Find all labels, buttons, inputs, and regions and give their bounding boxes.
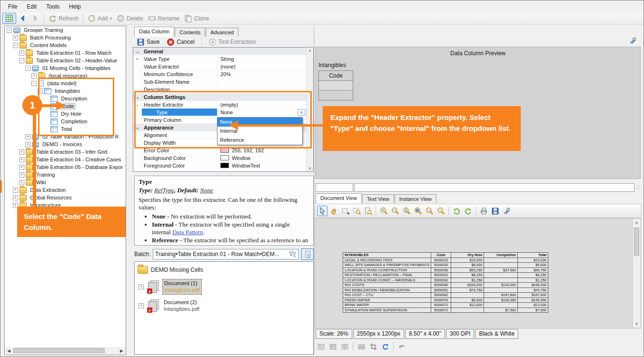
add-button[interactable]: Add▾ xyxy=(85,13,114,23)
scrollbar-thumb[interactable] xyxy=(13,348,105,353)
reftype-link[interactable]: RefType xyxy=(154,187,174,194)
expand-toggle-icon[interactable]: − xyxy=(25,66,30,71)
delete-button[interactable]: Delete xyxy=(114,13,146,23)
show-document-button[interactable] xyxy=(301,248,314,260)
default-none-link[interactable]: None xyxy=(200,187,213,194)
property-value[interactable]: (none) xyxy=(218,63,313,70)
tree-horizontal-scrollbar[interactable]: ◀ ▶ xyxy=(5,347,125,354)
property-value[interactable] xyxy=(218,78,313,86)
expand-toggle-icon[interactable]: + xyxy=(13,195,18,200)
batch-document-row[interactable]: +▲Document (1)Intangibles.pdf xyxy=(139,279,313,295)
back-button[interactable] xyxy=(16,13,29,23)
property-value[interactable]: Window xyxy=(218,154,313,162)
menu-tools[interactable]: Tools xyxy=(41,1,64,12)
viewer-field-small[interactable] xyxy=(316,183,353,192)
tab-data-column[interactable]: Data Column xyxy=(134,27,174,37)
expand-toggle-icon[interactable]: − xyxy=(13,43,18,48)
zoom-out-button[interactable]: − xyxy=(390,206,400,216)
fit-height-button[interactable]: ↕ xyxy=(436,206,446,216)
cancel-button[interactable]: Cancel xyxy=(164,37,197,47)
batch-document-row[interactable]: +▲Document (2)Intangibles.pdf xyxy=(139,298,313,313)
tab-instance-view[interactable]: Instance View xyxy=(395,194,436,203)
tree-item[interactable]: +Training xyxy=(5,171,126,178)
tree-item[interactable]: +Table Extraction 03 - Infer Grid xyxy=(5,148,126,156)
expand-toggle-icon[interactable]: + xyxy=(139,284,144,289)
save-image-button[interactable] xyxy=(490,206,500,216)
menu-help[interactable]: Help xyxy=(64,1,86,12)
nav-grid-button[interactable] xyxy=(2,13,16,24)
save-button[interactable]: Save xyxy=(134,37,162,47)
crop-button[interactable] xyxy=(368,341,378,352)
tab-text-view[interactable]: Text View xyxy=(362,194,394,203)
tree-item[interactable]: +Global Resources xyxy=(5,194,126,201)
viewer-settings-button[interactable] xyxy=(501,206,512,216)
property-value[interactable]: String xyxy=(218,55,313,63)
data-pattern-link[interactable]: Data Pattern xyxy=(172,228,203,236)
viewer-field-large[interactable] xyxy=(354,183,634,192)
page-preview-button[interactable] xyxy=(363,206,373,216)
tree-item[interactable]: +Table Extraction 04 - Creative Cases xyxy=(5,156,126,163)
scroll-up-icon[interactable]: ∧ xyxy=(307,48,313,53)
pointer-button[interactable] xyxy=(317,206,327,216)
property-row[interactable]: Value Extractor(none) xyxy=(133,63,313,70)
scroll-right-icon[interactable]: ▶ xyxy=(118,348,125,353)
undo-button[interactable] xyxy=(396,341,407,352)
expand-toggle-icon[interactable]: − xyxy=(31,81,37,86)
document-label[interactable]: Document (2)Intangibles.pdf xyxy=(162,298,201,313)
tree-item[interactable]: −Content Models xyxy=(5,41,126,49)
expand-toggle-icon[interactable]: + xyxy=(19,50,24,56)
image-adjust-button[interactable] xyxy=(327,341,338,352)
fit-width-button[interactable]: ↔ xyxy=(424,206,435,216)
property-value[interactable]: 20% xyxy=(218,70,313,78)
expand-toggle-icon[interactable]: − xyxy=(7,28,12,33)
property-row[interactable]: Foreground ColorWindowText xyxy=(133,162,313,169)
scrollbar-thumb[interactable] xyxy=(634,228,639,256)
rotate-left-button[interactable] xyxy=(451,206,462,216)
canvas-vertical-scrollbar[interactable]: ∧ ∨ xyxy=(633,219,640,327)
expand-toggle-icon[interactable]: + xyxy=(19,172,24,178)
rename-button[interactable]: Rename xyxy=(146,13,182,23)
marquee-button[interactable] xyxy=(340,206,350,216)
document-canvas[interactable]: INTANGIBLESCodeDry HoleCompletionTotal L… xyxy=(315,218,641,328)
resize-grip-icon[interactable]: .:: xyxy=(635,185,641,190)
menu-edit[interactable]: Edit xyxy=(22,1,41,12)
tab-document-view[interactable]: Document View xyxy=(316,193,362,203)
expand-toggle-icon[interactable]: − xyxy=(19,58,24,63)
zoom-in-button[interactable]: + xyxy=(378,206,389,216)
expand-toggle-icon[interactable]: + xyxy=(25,142,30,147)
tree-item[interactable]: +Data Extraction xyxy=(5,186,126,194)
expand-toggle-icon[interactable]: + xyxy=(19,165,24,170)
scroll-up-icon[interactable]: ∧ xyxy=(633,219,640,225)
expand-toggle-icon[interactable]: + xyxy=(13,35,18,40)
menu-file[interactable]: File xyxy=(3,1,22,12)
refresh-button[interactable]: Refresh xyxy=(46,13,81,23)
tree-item[interactable]: +DEMO - Invoices xyxy=(5,140,126,148)
property-row[interactable]: Minimum Confidence20% xyxy=(133,70,313,78)
tree-item[interactable]: −Grooper Training xyxy=(5,26,126,34)
zoom-fit-button[interactable]: ⊞ xyxy=(413,206,423,216)
property-row[interactable]: Sub-Element Name xyxy=(133,78,313,86)
property-value[interactable]: WindowText xyxy=(218,162,313,169)
tab-advanced[interactable]: Advanced xyxy=(206,28,238,37)
image-despeckle-button[interactable] xyxy=(339,341,350,352)
scroll-down-icon[interactable]: ∨ xyxy=(307,166,313,170)
expand-toggle-icon[interactable]: + xyxy=(25,134,30,139)
expand-toggle-icon[interactable]: + xyxy=(19,149,24,155)
property-row[interactable]: Background ColorWindow xyxy=(133,154,313,162)
property-row[interactable]: >Value TypeString xyxy=(133,55,313,63)
clone-button[interactable]: Clone xyxy=(182,13,211,23)
zoom-region-button[interactable] xyxy=(351,206,362,216)
rotate-right-button[interactable] xyxy=(463,206,473,216)
tree-item[interactable]: +Batch Processing xyxy=(5,34,126,41)
scroll-down-icon[interactable]: ∨ xyxy=(633,321,640,326)
tree-item[interactable]: −01 Missing Cells - Intangibles xyxy=(5,64,126,72)
tree-item[interactable]: +Table Extraction 01 - Row Match xyxy=(5,49,126,57)
image-resize-button[interactable] xyxy=(356,341,367,352)
filter-tree-icon[interactable] xyxy=(288,250,297,258)
expand-toggle-icon[interactable]: + xyxy=(19,157,24,162)
hand-button[interactable] xyxy=(328,206,339,216)
tree-item[interactable]: +Wiki xyxy=(5,178,126,186)
print-button[interactable] xyxy=(478,206,489,216)
expand-toggle-icon[interactable]: + xyxy=(19,180,24,185)
sync-button[interactable] xyxy=(380,341,390,352)
